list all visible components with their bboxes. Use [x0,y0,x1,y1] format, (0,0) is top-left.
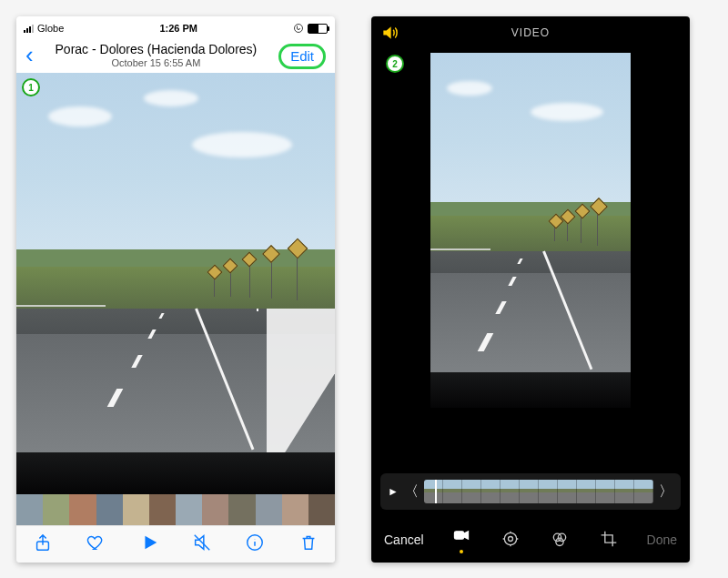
active-mode-dot [460,550,463,553]
svg-point-4 [504,532,516,544]
svg-point-5 [509,536,513,541]
page-title: Porac - Dolores (Hacienda Dolores) [34,42,278,56]
scrubber-playhead[interactable] [435,480,437,503]
scrubber-play-button[interactable]: ► [388,485,399,498]
play-button[interactable] [139,532,159,556]
highway-photo [16,73,335,494]
edit-header: VIDEO [371,16,690,49]
page-subtitle: October 15 6:55 AM [34,57,278,68]
thumbnail-strip[interactable] [16,494,335,525]
battery-icon [308,24,328,34]
orientation-lock-icon [293,23,304,34]
info-button[interactable] [245,532,265,556]
filters-button[interactable] [551,530,569,551]
crop-button[interactable] [600,530,618,551]
edit-toolbar: Cancel Done [371,517,690,563]
cancel-button[interactable]: Cancel [384,532,424,547]
scrubber-frames[interactable] [424,480,653,503]
status-bar: Globe 1:26 PM [16,16,335,36]
edit-preview-area: 2 [371,49,690,466]
svg-point-7 [558,533,565,541]
highway-photo [430,53,631,408]
mute-button[interactable] [192,532,212,556]
video-scrubber[interactable]: ► 〈 〉 [380,473,681,510]
nav-bar: ‹ Porac - Dolores (Hacienda Dolores) Oct… [16,36,335,73]
video-mode-button[interactable] [452,526,470,553]
trim-start-handle[interactable]: 〈 [404,482,419,502]
done-button[interactable]: Done [647,532,677,547]
adjust-button[interactable] [501,530,520,551]
favorite-button[interactable] [86,532,106,556]
step-badge-2: 2 [386,55,404,73]
edit-mode-title: VIDEO [511,26,550,39]
signal-icon [24,25,34,33]
video-edit-screen: VIDEO 2 [371,16,690,563]
svg-rect-3 [455,532,464,539]
share-button[interactable] [33,532,53,556]
trim-end-handle[interactable]: 〉 [659,482,673,502]
back-button[interactable]: ‹ [25,42,34,64]
edit-preview[interactable] [430,53,631,408]
photos-detail-screen: Globe 1:26 PM ‹ Porac - Dolores (Haciend… [16,16,335,563]
carrier-label: Globe [37,23,64,34]
volume-icon[interactable] [380,24,399,45]
svg-point-0 [295,25,303,33]
bottom-toolbar [16,525,335,563]
clock: 1:26 PM [159,23,197,34]
edit-button[interactable]: Edit [278,44,326,69]
trash-button[interactable] [298,532,318,556]
svg-point-8 [556,538,563,545]
video-preview[interactable]: 1 [16,73,335,494]
step-badge-1: 1 [22,78,40,96]
